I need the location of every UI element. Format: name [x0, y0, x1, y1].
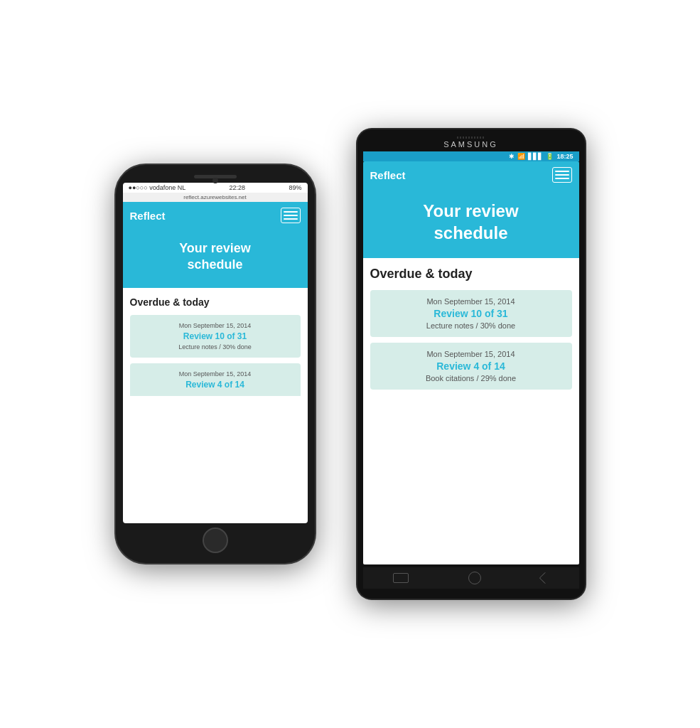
iphone-review-card-1[interactable]: Mon September 15, 2014 Review 10 of 31 L… [130, 315, 301, 358]
samsung-hero: Your reviewschedule [363, 188, 579, 258]
iphone-url-bar[interactable]: reflect.azurewebsites.net [123, 193, 308, 202]
iphone-card1-title: Review 10 of 31 [139, 331, 292, 341]
samsung-recent-button[interactable] [393, 573, 409, 583]
battery-label: 89% [289, 184, 301, 191]
samsung-brand-label: SAMSUNG [443, 140, 498, 149]
samsung-dots [457, 136, 485, 139]
iphone-nav-title: Reflect [130, 210, 166, 222]
samsung-card2-sub: Book citations / 29% done [379, 374, 564, 382]
iphone-content: Overdue & today Mon September 15, 2014 R… [123, 288, 308, 523]
hamburger-line-3 [555, 178, 569, 179]
samsung-menu-button[interactable] [552, 167, 572, 183]
iphone-status-bar: ●●○○○ vodafone NL 22:28 89% [123, 183, 308, 193]
hamburger-line-1 [555, 171, 569, 172]
samsung-card2-date: Mon September 15, 2014 [379, 350, 564, 358]
hamburger-line-1 [284, 211, 298, 213]
hamburger-line-3 [284, 218, 298, 220]
iphone-card2-date: Mon September 15, 2014 [139, 370, 292, 378]
samsung-content: Overdue & today Mon September 15, 2014 R… [363, 258, 579, 564]
samsung-card1-sub: Lecture notes / 30% done [379, 321, 564, 330]
samsung-section-header: Overdue & today [370, 267, 572, 282]
samsung-card2-title: Review 4 of 14 [379, 360, 564, 372]
iphone-menu-button[interactable] [281, 208, 301, 223]
iphone-home-button[interactable] [203, 528, 228, 553]
samsung-status-bar: ✱ 📶 ▋▋▋ 🔋 18:25 [363, 151, 579, 161]
iphone-app-nav: Reflect [123, 202, 308, 229]
samsung-app-nav: Reflect [363, 161, 579, 188]
iphone-screen: ●●○○○ vodafone NL 22:28 89% reflect.azur… [123, 183, 308, 523]
iphone-section-header: Overdue & today [130, 296, 301, 308]
iphone-time: 22:28 [230, 184, 246, 191]
samsung-review-card-1[interactable]: Mon September 15, 2014 Review 10 of 31 L… [370, 290, 572, 337]
iphone-review-card-2[interactable]: Mon September 15, 2014 Review 4 of 14 [130, 363, 301, 396]
iphone-device: ●●○○○ vodafone NL 22:28 89% reflect.azur… [116, 165, 315, 563]
carrier-label: ●●○○○ vodafone NL [129, 184, 186, 191]
hamburger-line-2 [284, 215, 298, 216]
bluetooth-icon: ✱ [509, 153, 515, 160]
samsung-card1-title: Review 10 of 31 [379, 308, 564, 319]
samsung-hero-title: Your reviewschedule [372, 200, 571, 244]
iphone-hero: Your reviewschedule [123, 229, 308, 288]
wifi-icon: 📶 [517, 153, 525, 160]
iphone-card2-title: Review 4 of 14 [139, 380, 292, 390]
iphone-card1-date: Mon September 15, 2014 [139, 322, 292, 329]
iphone-hero-title: Your reviewschedule [131, 240, 299, 274]
samsung-card1-date: Mon September 15, 2014 [379, 297, 564, 306]
samsung-screen: Reflect Your reviewschedule Overdue & to… [363, 161, 579, 564]
signal-icon: ▋▋▋ [528, 153, 543, 160]
url-text: reflect.azurewebsites.net [183, 194, 247, 200]
samsung-back-button[interactable] [539, 572, 551, 584]
samsung-nav-title: Reflect [370, 169, 406, 181]
samsung-device: SAMSUNG ✱ 📶 ▋▋▋ 🔋 18:25 Reflect Your rev… [357, 129, 585, 599]
samsung-time: 18:25 [556, 153, 573, 160]
samsung-review-card-2[interactable]: Mon September 15, 2014 Review 4 of 14 Bo… [370, 343, 572, 390]
samsung-home-button[interactable] [468, 572, 481, 584]
battery-icon: 🔋 [546, 153, 554, 160]
samsung-bottom-bar [363, 567, 579, 589]
iphone-camera [212, 178, 218, 183]
hamburger-line-2 [555, 174, 569, 176]
iphone-card1-sub: Lecture notes / 30% done [139, 343, 292, 350]
